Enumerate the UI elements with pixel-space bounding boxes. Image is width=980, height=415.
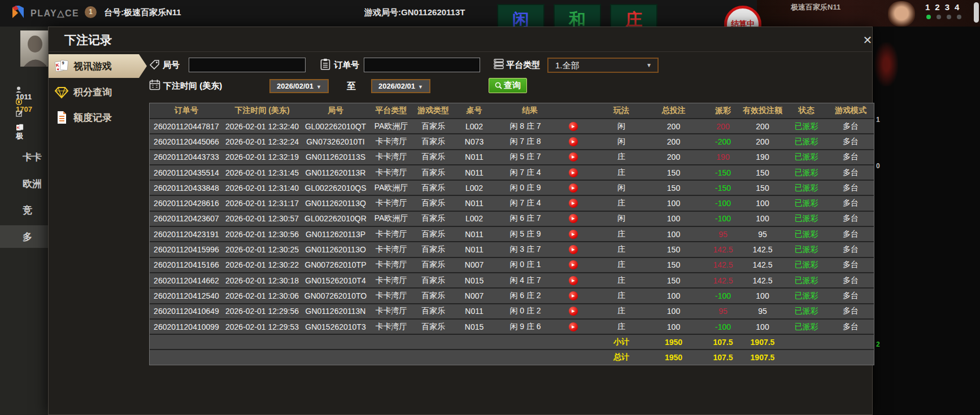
subtotal-valid-bet: 1907.5 <box>740 335 785 349</box>
cell-round-id: GN015262010T3 <box>301 320 370 334</box>
result-text: 闲 0 庄 9 <box>494 183 556 193</box>
column-header: 游戏类型 <box>412 103 454 118</box>
cell-platform: 卡卡湾厅 <box>370 196 412 210</box>
play-replay-icon[interactable]: ▶ <box>569 199 578 208</box>
cell-result: 闲 3 庄 7▶ <box>494 242 602 256</box>
cell-payout: -100 <box>706 320 740 334</box>
edit-row-fragment[interactable] <box>16 110 23 117</box>
play-replay-icon[interactable]: ▶ <box>569 260 578 269</box>
tab-label: 额度记录 <box>73 111 112 124</box>
lobby-menu-item[interactable]: 竞 <box>0 199 48 221</box>
cell-game-type: 百家乐 <box>412 196 454 210</box>
cell-order-id: 260201120410649 <box>150 304 223 318</box>
column-header: 订单号 <box>150 103 223 118</box>
cell-round-id: GN0112620113S <box>301 150 370 164</box>
cell-payout: 190 <box>706 150 740 164</box>
cell-total-bet: 150 <box>641 165 706 180</box>
table-row: 2602011204478172026-02-01 12:32:40GL0022… <box>150 118 874 133</box>
tab-quota-records[interactable]: 额度记录 <box>49 106 139 129</box>
play-replay-icon[interactable]: ▶ <box>569 137 578 146</box>
cell-status: 已派彩 <box>785 242 827 256</box>
table-row: 2602011204151662026-02-01 12:30:22GN0072… <box>150 257 874 272</box>
platform-select[interactable]: 1.全部 <box>547 58 659 73</box>
lobby-menu-item[interactable]: 多 <box>0 225 48 248</box>
cell-order-id: 260201120415166 <box>150 258 223 272</box>
user-avatar[interactable] <box>20 30 48 67</box>
cell-game-mode: 多台 <box>827 181 874 195</box>
cell-table-id: L002 <box>454 181 494 195</box>
play-replay-icon[interactable]: ▶ <box>569 184 578 193</box>
scrollbar-thumb[interactable] <box>974 2 979 23</box>
cell-total-bet: 150 <box>641 181 706 195</box>
close-icon[interactable]: ✕ <box>861 33 874 47</box>
cell-valid-bet: 142.5 <box>740 273 785 287</box>
cell-round-id: GN0112620113P <box>301 227 370 241</box>
column-header: 游戏模式 <box>827 103 874 118</box>
play-replay-icon[interactable]: ▶ <box>569 122 578 131</box>
total-payout: 107.5 <box>706 350 740 364</box>
camera-dot <box>937 15 941 19</box>
order-input[interactable] <box>364 58 480 72</box>
column-header: 玩法 <box>602 103 641 118</box>
edge-digit: 2 <box>876 340 880 348</box>
subtotal-total-bet: 1950 <box>641 335 706 349</box>
cell-result: 闲 4 庄 7▶ <box>494 273 602 287</box>
bet-zone-2[interactable]: 和 <box>554 4 601 27</box>
cell-order-id: 260201120435514 <box>150 165 223 180</box>
play-replay-icon[interactable]: ▶ <box>569 291 578 300</box>
cell-result: 闲 5 庄 7▶ <box>494 150 602 164</box>
play-replay-icon[interactable]: ▶ <box>569 230 578 239</box>
empty-cell <box>412 335 454 349</box>
cell-payout: -100 <box>706 196 740 210</box>
tab-video-games[interactable]: 9 K ♥ 视讯游戏 <box>49 54 147 78</box>
top-bar: PLAY△CE 1 台号:极速百家乐N11 游戏局号:GN0112620113T… <box>0 0 980 27</box>
camera-number[interactable]: 4 <box>955 2 959 12</box>
camera-number[interactable]: 3 <box>945 2 949 12</box>
cell-game-type: 百家乐 <box>412 134 454 148</box>
play-replay-icon[interactable]: ▶ <box>569 322 578 331</box>
cell-game-type: 百家乐 <box>412 258 454 272</box>
cell-order-id: 260201120412540 <box>150 289 223 303</box>
search-button[interactable]: 查询 <box>489 78 527 93</box>
play-replay-icon[interactable]: ▶ <box>569 214 578 223</box>
cell-game-mode: 多台 <box>827 134 874 148</box>
gem-icon <box>54 85 69 99</box>
cell-play-type: 庄 <box>602 304 641 318</box>
cell-platform: 卡卡湾厅 <box>370 289 412 303</box>
cell-result: 闲 7 庄 4▶ <box>494 196 602 210</box>
date-from-picker[interactable]: 2026/02/01 <box>269 79 329 93</box>
play-replay-icon[interactable]: ▶ <box>569 168 578 177</box>
tab-points-query[interactable]: 积分查询 <box>49 81 139 103</box>
play-replay-icon[interactable]: ▶ <box>569 245 578 254</box>
cell-valid-bet: 150 <box>740 165 785 180</box>
camera-number[interactable]: 2 <box>935 2 939 12</box>
bet-zone-1[interactable]: 闲 <box>497 4 545 27</box>
round-input[interactable] <box>189 58 306 72</box>
play-replay-icon[interactable]: ▶ <box>569 307 578 316</box>
video-game-fragment[interactable]: K 极 <box>16 124 24 141</box>
bet-zone-3[interactable]: 庄 <box>610 4 657 27</box>
play-replay-icon[interactable]: ▶ <box>569 276 578 285</box>
column-header: 有效投注额 <box>740 103 785 118</box>
cell-status: 已派彩 <box>785 181 827 195</box>
table-row: 2602011204106492026-02-01 12:29:56GN0112… <box>150 303 874 318</box>
cell-game-mode: 多台 <box>827 289 874 303</box>
date-to-picker[interactable]: 2026/02/01 <box>371 79 430 93</box>
cell-total-bet: 200 <box>641 134 706 148</box>
document-icon <box>54 110 69 125</box>
play-replay-icon[interactable]: ▶ <box>569 152 578 161</box>
cell-game-mode: 多台 <box>827 304 874 318</box>
coin-icon <box>16 99 22 105</box>
lobby-menu-item[interactable]: 卡卡 <box>0 146 48 168</box>
cell-total-bet: 100 <box>641 212 706 226</box>
cell-play-type: 庄 <box>602 320 641 334</box>
lobby-right-column: 102 <box>873 27 980 415</box>
empty-cell <box>301 335 370 349</box>
cell-order-id: 260201120414662 <box>150 273 223 287</box>
cell-order-id: 260201120423191 <box>150 227 223 241</box>
lobby-menu-item[interactable]: 欧洲 <box>0 172 48 195</box>
platform-select-value: 1.全部 <box>555 60 580 70</box>
cell-round-id: GL002262010QT <box>301 119 370 133</box>
cell-table-id: N073 <box>454 134 494 148</box>
camera-number[interactable]: 1 <box>925 2 930 12</box>
